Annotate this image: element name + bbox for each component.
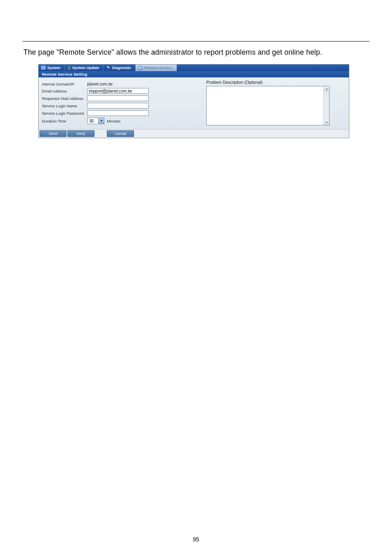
form-left: Internet Domain/IP planet.com.tw Email A…	[42, 80, 190, 126]
select-duration-time[interactable]: 30	[87, 118, 104, 124]
scroll-down-icon[interactable]	[324, 120, 329, 125]
scrollbar[interactable]	[323, 86, 329, 125]
cancel-button[interactable]: Cancel	[107, 130, 134, 137]
form-right: Problem Description (Optional)	[206, 80, 346, 126]
tab-label: Diagnostic	[112, 66, 131, 70]
tab-label: System	[47, 66, 60, 70]
screenshot-panel: System System Update Diagnostic Remote S…	[38, 64, 349, 138]
tab-system-update[interactable]: System Update	[65, 65, 104, 71]
input-service-login-name[interactable]	[87, 103, 149, 109]
textarea-problem-description[interactable]	[206, 86, 330, 125]
select-duration-value: 30	[88, 118, 98, 124]
label-duration-unit: Minutes	[107, 119, 120, 123]
section-title: Remote Service Setting	[39, 71, 349, 77]
globe-icon	[138, 66, 143, 70]
tab-label: System Update	[72, 66, 99, 70]
row-email-address: Email Address	[42, 88, 190, 94]
row-requestor-mail: Requestor Mail Address	[42, 95, 190, 101]
intro-paragraph: The page "Remote Service" allows the adm…	[23, 48, 369, 57]
tab-bar: System System Update Diagnostic Remote S…	[39, 65, 349, 71]
chevron-down-icon	[98, 118, 104, 124]
refresh-icon	[67, 66, 71, 69]
scroll-up-icon[interactable]	[324, 86, 329, 92]
deny-button[interactable]: Deny	[67, 130, 95, 137]
tab-remote-service[interactable]: Remote Service	[136, 65, 177, 71]
tab-label: Remote Service	[144, 66, 172, 70]
row-internet-domain: Internet Domain/IP planet.com.tw	[42, 82, 190, 86]
row-service-login-name: Service Login Name	[42, 103, 190, 109]
page-number: 95	[0, 536, 392, 543]
label-problem-description: Problem Description (Optional)	[206, 80, 346, 85]
input-requestor-mail[interactable]	[87, 95, 149, 101]
input-email-address[interactable]	[87, 88, 149, 94]
row-service-login-password: Service Login Password	[42, 110, 190, 116]
button-row: Send Deny Cancel	[39, 130, 349, 138]
label-requestor-mail: Requestor Mail Address	[42, 96, 87, 101]
form-panel: Internet Domain/IP planet.com.tw Email A…	[39, 77, 349, 130]
tab-system[interactable]: System	[39, 65, 65, 71]
label-service-login-password: Service Login Password	[42, 111, 87, 116]
value-internet-domain: planet.com.tw	[87, 82, 113, 86]
wrench-icon	[106, 66, 111, 70]
label-internet-domain: Internet Domain/IP	[42, 82, 87, 86]
row-duration-time: Duration Time 30 Minutes	[42, 118, 190, 124]
label-email-address: Email Address	[42, 89, 87, 93]
monitor-icon	[41, 66, 46, 70]
label-service-login-name: Service Login Name	[42, 104, 87, 108]
divider-top	[23, 41, 369, 42]
label-duration-time: Duration Time	[42, 119, 87, 123]
tab-diagnostic[interactable]: Diagnostic	[104, 65, 136, 71]
input-service-login-password[interactable]	[87, 110, 149, 116]
send-button[interactable]: Send	[39, 130, 67, 137]
